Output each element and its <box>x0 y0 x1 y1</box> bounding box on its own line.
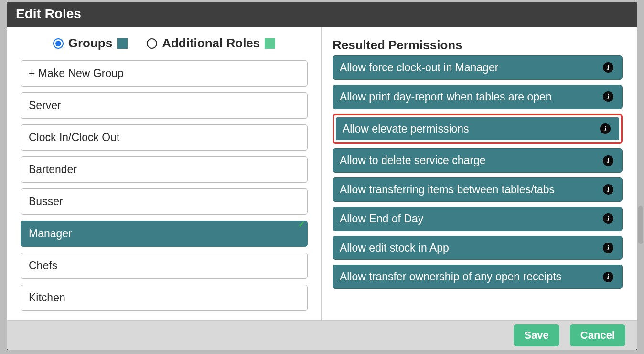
info-icon[interactable]: i <box>603 155 613 166</box>
permission-item[interactable]: Allow End of Dayi <box>333 207 623 231</box>
make-new-group-button[interactable]: + Make New Group <box>21 60 308 87</box>
info-icon[interactable]: i <box>603 62 613 73</box>
permissions-title: Resulted Permissions <box>333 38 623 53</box>
info-icon[interactable]: i <box>600 123 611 134</box>
right-panel: Resulted Permissions Allow force clock-o… <box>322 27 637 320</box>
make-new-group-label: + Make New Group <box>29 67 124 79</box>
permission-label: Allow transferring items between tables/… <box>340 183 603 197</box>
modal-header: Edit Roles <box>7 2 637 27</box>
group-list: + Make New Group ServerClock In/Clock Ou… <box>21 60 308 311</box>
group-item-label: Chefs <box>29 259 57 272</box>
left-panel: Groups Additional Roles + Make New Group… <box>7 27 322 320</box>
permission-label: Allow End of Day <box>340 212 603 226</box>
save-button[interactable]: Save <box>514 324 559 346</box>
permission-label: Allow to delete service charge <box>340 154 603 167</box>
group-item-label: Bartender <box>29 163 77 176</box>
radio-groups-circle[interactable] <box>53 38 64 49</box>
cancel-button[interactable]: Cancel <box>570 324 625 346</box>
permission-item-highlighted[interactable]: Allow elevate permissionsi <box>333 114 623 144</box>
permission-item[interactable]: Allow transferring items between tables/… <box>333 177 623 202</box>
info-icon[interactable]: i <box>603 184 613 195</box>
permission-label: Allow elevate permissions <box>343 122 600 136</box>
page-scrollbar[interactable] <box>638 0 643 354</box>
group-item-label: Busser <box>29 195 63 208</box>
radio-additional-circle[interactable] <box>147 38 157 49</box>
cancel-button-label: Cancel <box>580 329 615 341</box>
info-icon[interactable]: i <box>603 243 613 253</box>
info-icon[interactable]: i <box>603 213 613 224</box>
permission-item[interactable]: Allow print day-report when tables are o… <box>333 85 623 109</box>
permission-label: Allow edit stock in App <box>340 241 603 255</box>
modal-footer: Save Cancel <box>7 320 637 350</box>
info-icon[interactable]: i <box>603 272 613 282</box>
additional-swatch <box>265 38 275 49</box>
permission-item[interactable]: Allow transfer ownership of any open rec… <box>333 265 623 289</box>
modal-body: Groups Additional Roles + Make New Group… <box>7 27 637 320</box>
permission-item[interactable]: Allow edit stock in Appi <box>333 236 623 260</box>
group-item-label: Manager <box>29 227 72 240</box>
group-item-label: Clock In/Clock Out <box>29 131 119 144</box>
permission-label: Allow force clock-out in Manager <box>340 61 603 75</box>
group-item[interactable]: Server <box>21 92 308 119</box>
permission-label: Allow print day-report when tables are o… <box>340 90 603 104</box>
group-item[interactable]: Chefs <box>21 253 308 279</box>
groups-swatch <box>117 38 128 49</box>
modal-title: Edit Roles <box>16 6 81 22</box>
save-button-label: Save <box>524 329 548 341</box>
radio-groups[interactable]: Groups <box>53 36 128 51</box>
group-item[interactable]: Busser <box>21 188 308 215</box>
radio-groups-label: Groups <box>68 36 112 51</box>
edit-roles-modal: Edit Roles Groups Additional Roles + Mak… <box>7 2 637 350</box>
radio-group: Groups Additional Roles <box>21 36 308 51</box>
permissions-scroll[interactable]: Allow force clock-out in ManageriAllow p… <box>333 55 623 314</box>
group-item-label: Kitchen <box>29 291 65 304</box>
group-item[interactable]: Kitchen <box>21 285 308 311</box>
group-item-label: Server <box>29 99 61 111</box>
group-item[interactable]: Manager✓ <box>21 221 308 247</box>
permission-item[interactable]: Allow force clock-out in Manageri <box>333 55 623 80</box>
permission-item[interactable]: Allow to delete service chargei <box>333 148 623 173</box>
permissions-list: Allow force clock-out in ManageriAllow p… <box>333 55 623 289</box>
group-item[interactable]: Bartender <box>21 156 308 183</box>
radio-additional[interactable]: Additional Roles <box>147 36 275 51</box>
group-item[interactable]: Clock In/Clock Out <box>21 124 308 151</box>
radio-additional-label: Additional Roles <box>162 36 260 51</box>
check-icon: ✓ <box>298 219 305 230</box>
scrollbar-thumb[interactable] <box>638 206 643 244</box>
info-icon[interactable]: i <box>603 91 613 102</box>
permission-label: Allow transfer ownership of any open rec… <box>340 270 603 284</box>
